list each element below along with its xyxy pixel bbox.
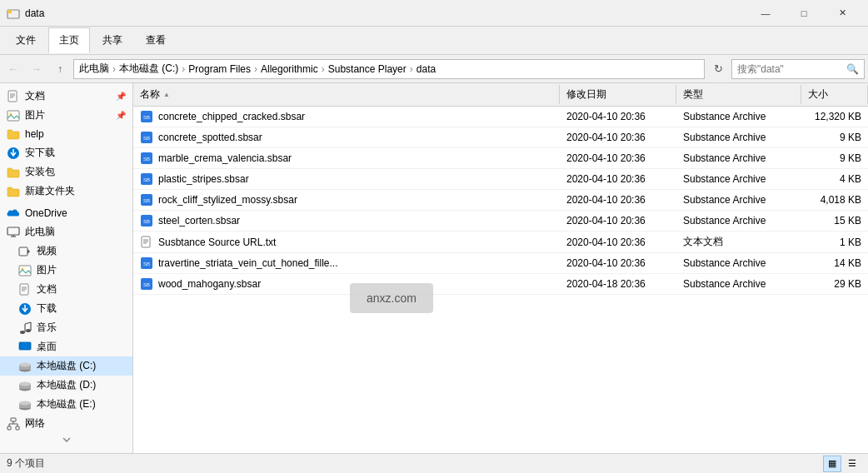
file-name-2: SB marble_crema_valencia.sbsar [133, 148, 560, 168]
address-path[interactable]: 此电脑 › 本地磁盘 (C:) › Program Files › Allego… [73, 59, 705, 79]
path-part-1[interactable]: 本地磁盘 (C:) [119, 62, 178, 76]
svg-text:SB: SB [143, 115, 150, 120]
main-layout: 文档 📌 图片 📌 help 安下载 安装包 [0, 83, 868, 453]
table-row[interactable]: SB travertine_striata_vein_cut_honed_fil… [133, 253, 868, 274]
table-row[interactable]: SB steel_corten.sbsar 2020-04-10 20:36 S… [133, 211, 868, 232]
sidebar-item-drive-e[interactable]: 本地磁盘 (E:) [0, 395, 132, 414]
sidebar-item-dldir[interactable]: 下载 [0, 299, 132, 318]
sidebar-label-help: help [25, 128, 44, 140]
sbsar-icon-3: SB [140, 172, 153, 186]
file-size-7: 14 KB [801, 254, 868, 272]
file-date-1: 2020-04-10 20:36 [560, 128, 676, 147]
doc-icon [7, 90, 20, 103]
ribbon-tab-view[interactable]: 查看 [135, 27, 177, 53]
svg-point-23 [20, 331, 25, 334]
sort-arrow-name: ▲ [163, 91, 170, 98]
table-row[interactable]: Susbtance Source URL.txt 2020-04-10 20:3… [133, 232, 868, 253]
search-input[interactable] [737, 63, 843, 75]
sidebar: 文档 📌 图片 📌 help 安下载 安装包 [0, 83, 133, 453]
title-bar-icons [7, 7, 20, 20]
file-type-0: Substance Archive [676, 107, 801, 126]
table-row[interactable]: SB rock_cliff_stylized_mossy.sbsar 2020-… [133, 190, 868, 211]
sidebar-item-documents[interactable]: 文档 📌 [0, 87, 132, 106]
close-button[interactable]: ✕ [823, 0, 861, 27]
path-part-5[interactable]: data [417, 63, 436, 75]
file-size-0: 12,320 KB [801, 107, 868, 126]
file-size-6: 1 KB [801, 233, 868, 251]
sidebar-item-picdir[interactable]: 图片 [0, 261, 132, 280]
sidebar-item-videos[interactable]: 视频 [0, 241, 132, 261]
file-type-1: Substance Archive [676, 128, 801, 147]
up-button[interactable]: ↑ [50, 59, 70, 79]
scroll-down-arrow[interactable] [0, 433, 132, 446]
col-header-size[interactable]: 大小 [801, 85, 868, 104]
svg-line-27 [25, 322, 31, 324]
sidebar-item-music[interactable]: 音乐 [0, 318, 132, 337]
pkg-icon [7, 166, 20, 179]
path-sep-2: › [254, 63, 257, 75]
status-bar: 9 个项目 ▦ ☰ [0, 453, 868, 473]
sidebar-item-drive-d[interactable]: 本地磁盘 (D:) [0, 376, 132, 395]
sidebar-item-installs[interactable]: 安装包 [0, 162, 132, 182]
refresh-button[interactable]: ↻ [708, 59, 728, 79]
sidebar-item-network[interactable]: 网络 [0, 414, 132, 433]
ribbon-tab-share[interactable]: 共享 [92, 27, 133, 53]
sbsar-icon-2: SB [140, 152, 153, 165]
pc-icon [7, 226, 20, 239]
ribbon-tab-file[interactable]: 文件 [5, 27, 47, 53]
sidebar-item-pictures[interactable]: 图片 📌 [0, 106, 132, 125]
sidebar-item-docdir[interactable]: 文档 [0, 280, 132, 299]
svg-point-24 [26, 329, 31, 332]
col-header-name[interactable]: 名称 ▲ [133, 85, 560, 104]
title-bar-left: data [7, 7, 44, 20]
view-list-button[interactable]: ☰ [843, 456, 861, 472]
minimize-button[interactable]: — [746, 0, 785, 27]
sidebar-item-thispc[interactable]: 此电脑 [0, 222, 132, 241]
table-row[interactable]: SB wood_mahogany.sbsar 2020-04-18 20:36 … [133, 274, 868, 295]
svg-rect-40 [16, 426, 19, 430]
path-part-3[interactable]: Allegorithmic [261, 63, 318, 75]
sidebar-item-desktop[interactable]: 桌面 [0, 337, 132, 356]
svg-rect-28 [19, 342, 31, 350]
doc2-icon [18, 283, 32, 296]
sidebar-label-drive-d: 本地磁盘 (D:) [37, 378, 96, 392]
search-box[interactable]: 🔍 [731, 59, 865, 79]
sidebar-item-drive-c[interactable]: 本地磁盘 (C:) [0, 356, 132, 376]
sidebar-item-downloads[interactable]: 安下载 [0, 143, 132, 162]
path-part-4[interactable]: Substance Player [328, 63, 407, 75]
svg-text:SB: SB [143, 219, 150, 224]
sidebar-label-onedrive: OneDrive [25, 207, 67, 219]
file-size-5: 15 KB [801, 212, 868, 230]
forward-button[interactable]: → [27, 59, 47, 79]
file-list-body: SB concrete_chipped_cracked.sbsar 2020-0… [133, 107, 868, 453]
maximize-button[interactable]: □ [785, 0, 823, 27]
file-type-5: Substance Archive [676, 212, 801, 230]
file-name-6: Susbtance Source URL.txt [133, 232, 560, 252]
table-row[interactable]: SB concrete_spotted.sbsar 2020-04-10 20:… [133, 127, 868, 148]
sbsar-icon-8: SB [140, 277, 153, 291]
sidebar-item-onedrive[interactable]: OneDrive [0, 204, 132, 222]
sidebar-item-help[interactable]: help [0, 125, 132, 143]
path-sep-4: › [410, 63, 413, 75]
sidebar-label-documents: 文档 [25, 89, 45, 103]
path-part-0[interactable]: 此电脑 [79, 62, 109, 76]
table-row[interactable]: SB plastic_stripes.sbsar 2020-04-10 20:3… [133, 169, 868, 190]
file-size-2: 9 KB [801, 149, 868, 167]
path-sep-3: › [322, 63, 325, 75]
back-button[interactable]: ← [3, 59, 23, 79]
file-date-5: 2020-04-10 20:36 [560, 212, 676, 230]
col-header-type[interactable]: 类型 [676, 85, 801, 104]
tb-icon-1 [7, 7, 20, 20]
sidebar-label-downloads: 安下载 [25, 146, 55, 160]
file-name-0: SB concrete_chipped_cracked.sbsar [133, 107, 560, 127]
table-row[interactable]: SB marble_crema_valencia.sbsar 2020-04-1… [133, 148, 868, 169]
sidebar-item-newdir[interactable]: 新建文件夹 [0, 182, 132, 201]
col-header-date[interactable]: 修改日期 [560, 85, 676, 104]
file-type-4: Substance Archive [676, 191, 801, 209]
path-part-2[interactable]: Program Files [188, 63, 251, 75]
sidebar-label-desktop: 桌面 [37, 340, 57, 354]
path-sep-1: › [182, 63, 185, 75]
table-row[interactable]: SB concrete_chipped_cracked.sbsar 2020-0… [133, 107, 868, 127]
ribbon-tab-home[interactable]: 主页 [48, 27, 90, 53]
view-details-button[interactable]: ▦ [823, 456, 841, 472]
